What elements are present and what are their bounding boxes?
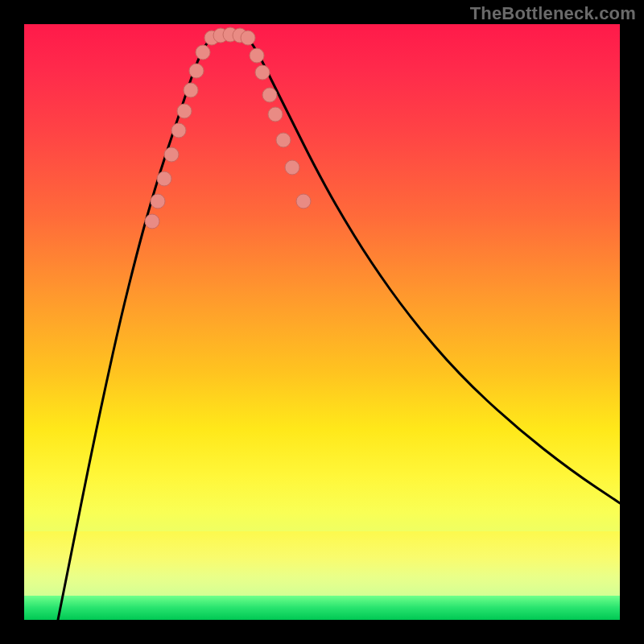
markers-left — [145, 45, 210, 229]
marker-point — [177, 104, 192, 118]
marker-point — [296, 194, 311, 208]
marker-point — [171, 123, 186, 138]
marker-point — [241, 31, 255, 45]
marker-point — [255, 65, 270, 80]
curve-left-branch — [58, 40, 209, 620]
chart-svg — [24, 24, 620, 620]
marker-point — [157, 171, 171, 186]
marker-point — [189, 64, 204, 78]
marker-point — [268, 107, 283, 122]
marker-point — [145, 214, 159, 229]
marker-point — [184, 83, 198, 97]
markers-floor — [204, 27, 255, 45]
marker-point — [196, 45, 210, 60]
marker-point — [250, 48, 264, 63]
marker-point — [276, 133, 291, 147]
marker-point — [164, 147, 179, 162]
markers-right — [250, 48, 311, 208]
curve-right-branch — [250, 40, 620, 503]
plot-area — [24, 24, 620, 620]
marker-point — [151, 194, 165, 208]
marker-point — [262, 88, 277, 102]
marker-point — [285, 160, 299, 175]
watermark-text: TheBottleneck.com — [470, 3, 636, 24]
